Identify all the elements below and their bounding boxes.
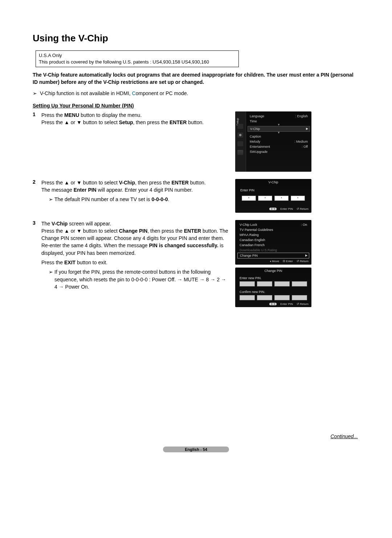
return-icon: Return: [297, 302, 309, 306]
return-icon: Return: [297, 207, 309, 211]
osd-title: V-Chip: [235, 179, 311, 186]
pin-box: [240, 281, 255, 286]
badge-09: 0~9: [269, 208, 277, 210]
step-2: 2 Press the ▲ or ▼ button to select V-Ch…: [33, 179, 229, 203]
pin-box: [291, 196, 305, 201]
vm-row: TV Parental Guidelines: [235, 227, 311, 232]
pin-box: [274, 281, 290, 286]
intro-paragraph: The V-Chip feature automatically locks o…: [33, 72, 359, 86]
enter-new-pin-label: Enter new PIN.: [235, 274, 311, 281]
pointer-icon: ➢: [49, 196, 53, 203]
pin-box: [274, 295, 290, 300]
osd-row: Caption: [246, 134, 311, 139]
badge-09: 0~9: [269, 303, 277, 305]
pin-box: [257, 295, 272, 300]
reset-pin-note: If you forget the PIN, press the remote-…: [54, 268, 229, 290]
osd-setup-screenshot: Setup Language: English Time ▼ V-Chip ▼ …: [235, 111, 311, 172]
step-number: 1: [33, 111, 41, 117]
vm-row-dim: Downloadable U.S.Rating: [235, 248, 311, 253]
subheading: Setting Up Your Personal ID Number (PIN): [33, 103, 359, 109]
continued-label: Continued...: [33, 433, 358, 439]
pin-box: [292, 295, 307, 300]
osd-row: SWUpgrade: [246, 149, 311, 154]
patent-line1: U.S.A Only: [39, 52, 236, 59]
note-availability: ➢ V-Chip function is not available in HD…: [33, 90, 359, 96]
footer-enter-pin: Enter PIN: [280, 207, 293, 211]
pin-box: [258, 196, 272, 201]
page-footer: English - 54: [163, 447, 229, 452]
vm-row: V-Chip Lock: On: [235, 222, 311, 227]
pin-box: [292, 281, 307, 286]
footer-enter-pin: Enter PIN: [280, 302, 293, 306]
osd-change-pin-screenshot: Change PIN Enter new PIN. Confirm new PI…: [235, 268, 311, 307]
osd-row: Melody: Medium: [246, 139, 311, 144]
input-icon: [237, 141, 243, 146]
osd-title: Change PIN: [235, 268, 311, 274]
pin-box: [257, 281, 272, 286]
patent-line2: This product is covered by the following…: [39, 59, 236, 65]
confirm-new-pin-label: Confirm new PIN.: [235, 288, 311, 294]
brush-icon: [237, 124, 243, 129]
enter-pin-label: Enter PIN: [240, 188, 306, 192]
pin-box: [274, 196, 289, 201]
osd-row: Entertainment: Off: [246, 144, 311, 149]
vm-row-selected: Change PIN: [237, 253, 309, 258]
vm-row: MPAA Rating: [235, 232, 311, 237]
patent-box: U.S.A Only This product is covered by th…: [36, 50, 239, 67]
osd-row-selected: V-Chip: [248, 126, 310, 132]
pointer-icon: ➢: [33, 90, 37, 96]
move-icon: Move: [270, 260, 279, 263]
osd-vchip-menu-screenshot: V-Chip Lock: On TV Parental Guidelines M…: [235, 220, 311, 265]
step-number: 3: [33, 220, 41, 226]
pin-box: [240, 295, 255, 300]
step-1: 1 Press the MENU button to display the m…: [33, 111, 229, 129]
osd-enter-pin-screenshot: V-Chip Enter PIN 0~9 Enter PIN Return: [235, 179, 311, 213]
gear-icon: [237, 133, 243, 138]
pointer-icon: ➢: [49, 268, 53, 290]
step-number: 2: [33, 179, 41, 185]
osd-row: Language: English: [246, 114, 311, 119]
app-icon: [237, 150, 243, 155]
vm-row: Canadian French: [235, 242, 311, 248]
return-icon: Return: [297, 260, 309, 263]
page-title: Using the V-Chip: [33, 33, 359, 44]
step-3: 3 The V-Chip screen will appear. Press t…: [33, 220, 229, 291]
enter-icon: Enter: [283, 260, 293, 263]
vm-row: Canadian English: [235, 237, 311, 242]
pin-row: [240, 196, 306, 204]
pin-box: [242, 196, 256, 201]
